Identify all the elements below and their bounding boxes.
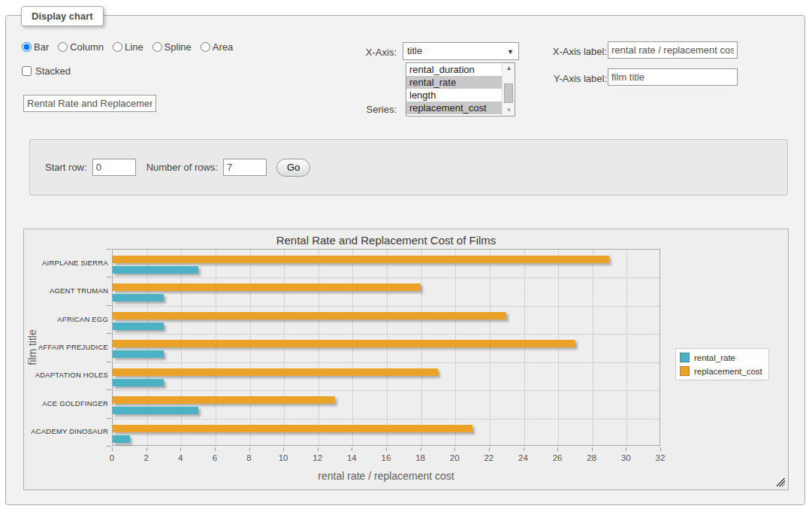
y-axis-label-input[interactable]: [608, 68, 738, 86]
chart-type-radio-column[interactable]: [58, 42, 68, 52]
go-button[interactable]: Go: [276, 159, 310, 177]
resize-handle-icon[interactable]: [777, 478, 785, 486]
x-tick-mark: [180, 447, 181, 451]
page: Display chart BarColumnLineSplineArea St…: [0, 0, 812, 512]
x-tick-label: 26: [553, 453, 563, 462]
series-option-rental_rate[interactable]: rental_rate: [406, 76, 503, 89]
chart-title: Rental Rate and Replacement Cost of Film…: [112, 234, 660, 247]
category-label: ADAPTATION HOLES: [24, 371, 108, 379]
x-tick-mark: [454, 447, 455, 451]
x-tick-label: 28: [587, 453, 596, 462]
bar-replacement_cost: [113, 340, 575, 347]
x-tick-label: 4: [178, 453, 183, 462]
scroll-up-icon[interactable]: ▲: [503, 63, 515, 74]
x-tick-mark: [524, 447, 524, 451]
chart-type-option-column: Column: [58, 41, 104, 53]
x-tick-mark: [386, 447, 387, 451]
series-multiselect[interactable]: rental_durationrental_ratelengthreplacem…: [406, 62, 515, 117]
y-tick-mark: [107, 249, 111, 250]
x-tick-mark: [660, 447, 661, 451]
x-tick-label: 30: [621, 453, 631, 462]
legend-swatch-rental_rate: [680, 353, 690, 362]
series-option-replacement_cost[interactable]: replacement_cost: [406, 101, 503, 114]
plot-area: [112, 249, 660, 446]
series-option-length[interactable]: length: [406, 89, 503, 101]
chart-type-radio-spline[interactable]: [152, 42, 162, 52]
x-tick-mark: [283, 447, 284, 451]
scrollbar-thumb[interactable]: [504, 83, 513, 103]
bar-replacement_cost: [113, 396, 335, 404]
stacked-label: Stacked: [35, 65, 71, 77]
y-tick-mark: [107, 305, 111, 306]
x-tick-label: 32: [656, 453, 666, 462]
chart-title-input[interactable]: [23, 95, 156, 112]
chart-type-radio-line[interactable]: [113, 42, 122, 52]
start-row-input[interactable]: [92, 159, 136, 176]
gridline: [113, 334, 660, 335]
category-label: AGENT TRUMAN: [24, 286, 108, 295]
row-range-fieldset: Start row: Number of rows: Go: [29, 139, 788, 195]
legend-label: replacement_cost: [694, 367, 762, 376]
x-tick-label: 6: [213, 453, 217, 462]
x-axis-label-label: X-Axis label:: [491, 46, 607, 57]
chart-type-radio-label: Spline: [165, 41, 192, 53]
legend-row: rental_rate: [680, 353, 762, 362]
x-tick-label: 22: [484, 453, 494, 462]
chart-type-option-spline: Spline: [152, 41, 192, 53]
category-label: ACADEMY DINOSAUR: [24, 427, 108, 435]
scroll-down-icon[interactable]: ▼: [503, 105, 515, 116]
x-tick-label: 18: [415, 453, 425, 462]
chart-type-radio-area[interactable]: [201, 42, 210, 52]
x-axis-select-label: X-Axis:: [321, 47, 397, 58]
chart-type-option-area: Area: [201, 41, 233, 53]
chart-type-option-line: Line: [113, 41, 143, 53]
y-tick-mark: [107, 333, 111, 334]
x-tick-label: 24: [518, 453, 528, 462]
y-tick-mark: [107, 418, 111, 419]
bar-replacement_cost: [113, 425, 472, 432]
y-tick-mark: [107, 362, 111, 362]
legend-row: replacement_cost: [680, 366, 762, 376]
x-tick-mark: [215, 447, 216, 451]
x-tick-mark: [352, 447, 352, 451]
gridline: [593, 250, 593, 445]
x-tick-mark: [626, 447, 626, 451]
chart-container: Rental Rate and Replacement Cost of Film…: [23, 229, 789, 490]
x-tick-label: 2: [143, 453, 148, 462]
bar-rental_rate: [113, 294, 164, 301]
gridline: [626, 250, 627, 445]
x-tick-label: 0: [110, 453, 114, 462]
series-scrollbar[interactable]: ▲ ▼: [502, 63, 515, 116]
chart-type-radio-bar[interactable]: [22, 42, 32, 52]
chart-legend: rental_ratereplacement_cost: [675, 348, 769, 380]
x-axis-label-input[interactable]: [608, 41, 738, 59]
y-tick-mark: [107, 277, 111, 277]
x-tick-label: 12: [312, 453, 322, 462]
stacked-row: Stacked: [22, 65, 71, 77]
gridline: [113, 390, 660, 391]
series-option-rental_duration[interactable]: rental_duration: [406, 63, 503, 76]
x-tick-mark: [249, 447, 250, 451]
bar-replacement_cost: [113, 283, 421, 291]
chart-type-radio-label: Bar: [34, 41, 49, 53]
x-tick-mark: [489, 447, 490, 451]
legend-label: rental_rate: [694, 353, 735, 362]
x-axis-selected-value: title: [407, 45, 422, 56]
x-tick-label: 20: [450, 453, 460, 462]
legend-swatch-replacement_cost: [680, 366, 690, 376]
category-label: AIRPLANE SIERRA: [24, 259, 108, 267]
bar-rental_rate: [113, 350, 164, 358]
category-label: ACE GOLDFINGER: [24, 399, 108, 407]
x-tick-mark: [421, 447, 421, 451]
display-chart-fieldset: Display chart BarColumnLineSplineArea St…: [5, 15, 805, 505]
x-tick-label: 14: [347, 453, 357, 462]
stacked-checkbox[interactable]: [22, 66, 32, 76]
y-tick-mark: [107, 446, 111, 447]
series-select-label: Series:: [321, 104, 397, 115]
number-of-rows-input[interactable]: [223, 159, 267, 176]
chart-type-radio-label: Area: [213, 41, 233, 53]
x-axis-title: rental rate / replacement cost: [112, 470, 660, 482]
chart-type-radio-label: Column: [70, 41, 104, 53]
y-tick-mark: [107, 389, 111, 390]
y-axis-label-label: Y-Axis label:: [491, 73, 607, 84]
